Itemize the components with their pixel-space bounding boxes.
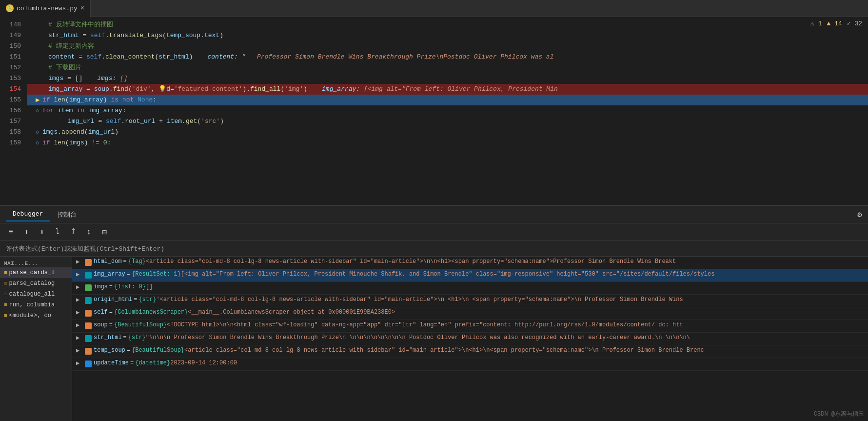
sidebar-section-header: Mai...e... <box>0 259 72 267</box>
var-type: {ColumbianewsScraper} <box>114 309 188 316</box>
var-value: <__main__.ColumbianewsScraper object at … <box>188 309 864 316</box>
var-expand-icon[interactable]: ▶ <box>76 296 84 303</box>
code-line-154: img_array = soup.find('div', 💡d='feature… <box>27 84 868 95</box>
var-row-origin_html[interactable]: ▶origin_html = {str} '<article class="co… <box>72 295 868 307</box>
editor-tab[interactable]: 🐍 columbia-news.py × <box>0 0 91 17</box>
var-name: str_html <box>94 334 122 341</box>
var-row-updateTime[interactable]: ▶updateTime = {datetime} 2023-09-14 12:0… <box>72 358 868 371</box>
code-line-148: # 反转译文件中的插图 <box>27 20 868 30</box>
var-row-imgs[interactable]: ▶imgs = {list: 0} [] <box>72 282 868 295</box>
code-156: for item in img_array: <box>42 105 126 116</box>
debug-btn-down[interactable]: ⬇ <box>35 226 49 239</box>
line-numbers: 148 149 150 151 152 153 154 155 156 157 … <box>0 20 27 205</box>
code-155: if len(img_array) is not None: <box>42 95 157 105</box>
sidebar-item-parse-cards[interactable]: ≡ parse_cards_l <box>0 267 72 278</box>
debug-btn-step-out[interactable]: ⤴ <box>66 226 80 239</box>
ln-152: 152 <box>0 62 21 73</box>
var-expand-icon[interactable]: ▶ <box>76 347 84 354</box>
var-expand-icon[interactable]: ▶ <box>76 283 84 291</box>
tab-debugger[interactable]: Debugger <box>6 207 50 221</box>
var-equals: = <box>109 283 113 290</box>
var-expand-icon[interactable]: ▶ <box>76 321 84 329</box>
ln-159: 159 <box>0 138 21 148</box>
code-area: 148 149 150 151 152 153 154 155 156 157 … <box>0 20 868 205</box>
var-color-box <box>85 335 92 342</box>
settings-gear-icon[interactable]: ⚙ <box>857 210 862 220</box>
sidebar-item-run-columbia[interactable]: ≡ run, columbia <box>0 300 72 310</box>
var-value: <article class="col-md-8 col-lg-8 news-a… <box>146 258 864 265</box>
var-row-self[interactable]: ▶self = {ColumbianewsScraper} <__main__.… <box>72 307 868 320</box>
var-equals: = <box>123 334 127 341</box>
debug-btn-up[interactable]: ⬆ <box>20 226 33 239</box>
sidebar-item-module[interactable]: ≡ <module>, co <box>0 310 72 321</box>
var-value: [] <box>146 283 864 290</box>
var-name: img_array <box>94 271 125 278</box>
ln-148: 148 <box>0 20 21 30</box>
code-149: str_html = self.translate_tags(temp_soup… <box>48 30 223 41</box>
var-name: origin_html <box>94 296 132 303</box>
var-equals: = <box>127 271 130 278</box>
var-value: <article class="col-md-8 col-lg-8 news-a… <box>184 347 864 354</box>
ln-151: 151 <box>0 52 21 62</box>
var-value: '<article class="col-md-8 col-lg-8 news-… <box>156 296 864 303</box>
var-color-box <box>85 259 92 266</box>
var-type: {str} <box>138 296 156 303</box>
var-row-temp_soup[interactable]: ▶temp_soup = {BeautifulSoup} <article cl… <box>72 345 868 358</box>
code-line-157: img_url = self.root_url + item.get('src'… <box>27 116 868 127</box>
var-row-img_array[interactable]: ▶img_array = {ResultSet: 1} [<img alt="F… <box>72 269 868 282</box>
ln-149: 149 <box>0 30 21 41</box>
code-comment-150: # 绑定更新内容 <box>48 41 94 52</box>
sidebar-item-parse-catalog[interactable]: ≡ parse_catalog <box>0 278 72 289</box>
var-type: {BeautifulSoup} <box>114 321 167 328</box>
eval-input[interactable]: 评估表达式(Enter)或添加监视(Ctrl+Shift+Enter) <box>6 244 862 253</box>
ln-158: 158 <box>0 127 21 138</box>
code-line-155: ▶ if len(img_array) is not None: <box>27 95 868 105</box>
panel-tab-bar: Debugger 控制台 ⚙ <box>0 206 868 223</box>
code-comment-148: # 反转译文件中的插图 <box>48 20 113 30</box>
tab-close-button[interactable]: × <box>80 4 84 12</box>
var-equals: = <box>130 360 134 366</box>
tab-console[interactable]: 控制台 <box>54 207 80 222</box>
code-151: content = self.clean_content(str_html) <box>48 52 193 62</box>
debug-btn-restart[interactable]: ↕ <box>82 226 96 239</box>
code-153: imgs = [] <box>48 73 82 84</box>
var-name: imgs <box>94 283 108 290</box>
sidebar-item-catalogue-all[interactable]: ≡ catalogue_all <box>0 289 72 300</box>
ln-150: 150 <box>0 41 21 52</box>
var-row-str_html[interactable]: ▶str_html = {str} "\n\n\n Professor Simo… <box>72 333 868 345</box>
debug-btn-menu[interactable]: ≡ <box>4 226 18 239</box>
debug-btn-table[interactable]: ⊟ <box>98 226 111 239</box>
stack-icon-2: ≡ <box>4 281 7 286</box>
code-line-158: ◇ imgs.append(img_url) <box>27 127 868 138</box>
editor-panel: 🐍 columbia-news.py × ⚠ 1 ▲ 14 ✓ 32 148 1… <box>0 0 868 205</box>
var-color-box <box>85 297 92 304</box>
var-name: updateTime <box>94 360 129 366</box>
var-color-box <box>85 272 92 279</box>
var-type: {Tag} <box>128 258 146 265</box>
debug-main: Mai...e... ≡ parse_cards_l ≡ parse_catal… <box>0 257 868 421</box>
var-expand-icon[interactable]: ▶ <box>76 334 84 341</box>
ln-157: 157 <box>0 116 21 127</box>
var-name: html_dom <box>94 258 122 265</box>
var-equals: = <box>109 309 113 316</box>
var-color-box <box>85 322 92 329</box>
ln-153: 153 <box>0 73 21 84</box>
code-157: img_url = self.root_url + item.get('src'… <box>68 116 224 127</box>
hint-151: content: " Professor Simon Brendle Wins … <box>208 52 554 62</box>
debug-btn-step-into[interactable]: ⤵ <box>51 226 64 239</box>
warning-badge-1: ⚠ 1 <box>810 20 822 27</box>
debugger-toolbar: ≡ ⬆ ⬇ ⤵ ⤴ ↕ ⊟ <box>0 223 868 241</box>
var-color-box <box>85 361 92 367</box>
var-type: {str} <box>128 334 146 341</box>
var-value: <!DOCTYPE html>\n\n<html class="wf-loadi… <box>167 321 864 328</box>
var-expand-icon[interactable]: ▶ <box>76 360 84 367</box>
var-expand-icon[interactable]: ▶ <box>76 309 84 316</box>
var-expand-icon[interactable]: ▶ <box>76 271 84 278</box>
var-row-soup[interactable]: ▶soup = {BeautifulSoup} <!DOCTYPE html>\… <box>72 320 868 333</box>
hint-154: img_array: [<img alt="From left: Oliver … <box>322 84 558 95</box>
bottom-panel: Debugger 控制台 ⚙ ≡ ⬆ ⬇ ⤵ ⤴ ↕ ⊟ 评估表达式(Enter… <box>0 205 868 421</box>
tab-bar: 🐍 columbia-news.py × <box>0 0 868 17</box>
var-name: self <box>94 309 108 316</box>
var-expand-icon[interactable]: ▶ <box>76 258 84 265</box>
var-row-html_dom[interactable]: ▶html_dom = {Tag} <article class="col-md… <box>72 257 868 269</box>
